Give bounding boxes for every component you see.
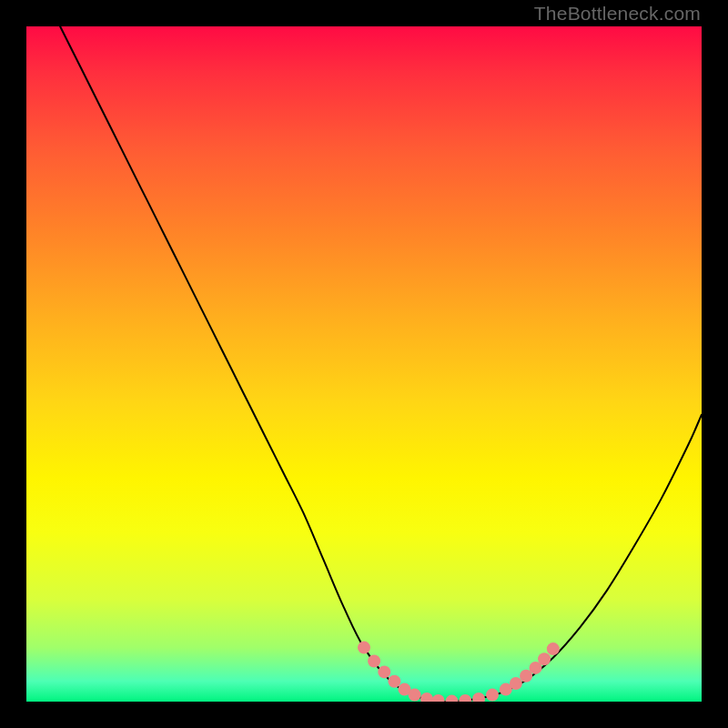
highlight-dot bbox=[420, 693, 433, 702]
highlight-dot bbox=[368, 655, 380, 668]
chart-stage: TheBottleneck.com bbox=[0, 0, 728, 728]
highlight-dot bbox=[472, 693, 485, 702]
highlight-dot bbox=[432, 694, 445, 702]
highlight-dot bbox=[446, 695, 459, 702]
highlight-dot bbox=[486, 689, 499, 702]
bottleneck-curve bbox=[60, 26, 702, 702]
chart-svg bbox=[26, 26, 702, 702]
watermark-text: TheBottleneck.com bbox=[534, 3, 701, 25]
highlight-dot bbox=[409, 689, 421, 702]
highlight-dot bbox=[388, 675, 400, 688]
highlight-dot bbox=[538, 652, 551, 665]
highlight-dot bbox=[378, 665, 390, 678]
highlight-dot bbox=[510, 677, 522, 690]
highlight-dot bbox=[459, 694, 471, 702]
highlight-dot bbox=[358, 642, 370, 654]
highlight-dot bbox=[547, 642, 560, 655]
highlight-dots bbox=[358, 642, 560, 702]
chart-plot-area bbox=[26, 26, 702, 702]
